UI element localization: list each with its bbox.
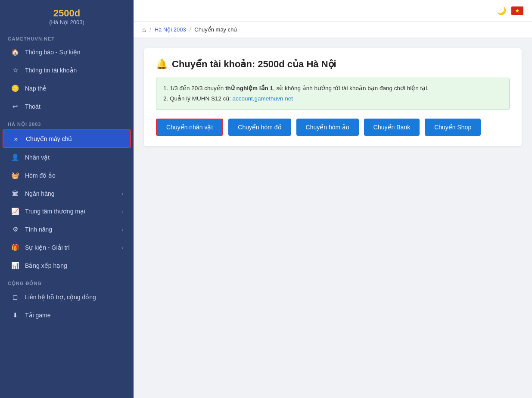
sidebar-item-label: Tính năng	[25, 226, 121, 233]
notice-box: 1. 1/3 đến 20/3 chuyển thử nghiệm lần 1,…	[156, 78, 510, 110]
server-sub: (Hà Nội 2003)	[4, 19, 129, 25]
arrow-icon: ‹	[121, 245, 123, 250]
btn-chuyen-hom-ao[interactable]: Chuyển hòm ảo	[296, 119, 359, 136]
top-bar: 🌙	[134, 0, 532, 22]
sidebar-item-label: Nhân vật	[25, 154, 123, 161]
arrow-icon: ‹	[121, 209, 123, 214]
sidebar-item-hom-do-ao[interactable]: 🧺 Hòm đồ ảo	[3, 167, 131, 184]
breadcrumb-sep-2: /	[190, 26, 191, 33]
chest-icon: 🧺	[10, 172, 20, 179]
notice-line2-prefix: 2. Quản lý MUHN S12 cũ:	[163, 95, 233, 102]
transfer-icon: »	[11, 135, 21, 142]
btn-chuyen-nhan-vat[interactable]: Chuyển nhân vật	[156, 119, 223, 136]
content-area: 🔔 Chuyển tài khoản: 2500d của Hà Nội 1. …	[134, 38, 532, 398]
bank-icon: 🏛	[10, 190, 20, 197]
sidebar-item-label: Liên hệ hỗ trợ, cộng đồng	[25, 294, 123, 301]
action-buttons: Chuyển nhân vật Chuyển hòm đồ Chuyển hòm…	[156, 119, 510, 136]
sidebar-item-label: Nap thẻ	[25, 85, 123, 92]
arrow-icon: ‹	[121, 227, 123, 232]
dark-mode-icon[interactable]: 🌙	[497, 6, 506, 16]
star-icon: ☆	[10, 66, 20, 74]
sidebar-item-label: Bảng xếp hạng	[25, 262, 123, 269]
ranking-icon: 📊	[10, 262, 20, 270]
page-title-text: Chuyển tài khoản: 2500d của Hà Nội	[172, 59, 336, 70]
settings-icon: ⚙	[10, 226, 20, 233]
market-icon: 📈	[10, 207, 20, 215]
breadcrumb-sep-1: /	[149, 26, 151, 33]
sidebar-item-label: Sự kiện - Giải trí	[25, 244, 121, 251]
notice-line2-link[interactable]: account.gamethuvn.net	[233, 95, 293, 102]
sidebar-item-trung-tam[interactable]: 📈 Trung tâm thương mại ‹	[3, 203, 131, 220]
server-name: 2500d	[4, 8, 129, 19]
sidebar-item-tai-game[interactable]: ⬇ Tải game	[3, 307, 131, 324]
notice-line-2: 2. Quản lý MUHN S12 cũ: account.gamethuv…	[163, 94, 502, 104]
sidebar-item-thong-tin[interactable]: ☆ Thông tin tài khoản	[3, 62, 131, 79]
page-card: 🔔 Chuyển tài khoản: 2500d của Hà Nội 1. …	[144, 48, 522, 146]
notice-line1-bold: thử nghiệm lần 1	[225, 85, 273, 91]
sidebar-item-label: Ngân hàng	[25, 190, 121, 197]
exit-icon: ↩	[10, 103, 20, 110]
notice-line-1: 1. 1/3 đến 20/3 chuyển thử nghiệm lần 1,…	[163, 83, 502, 94]
character-icon: 👤	[10, 154, 20, 161]
sidebar-item-thoat[interactable]: ↩ Thoát	[3, 98, 131, 115]
arrow-icon: ‹	[121, 191, 123, 196]
sidebar-header: 2500d (Hà Nội 2003)	[0, 0, 134, 30]
sidebar-item-label: Thông tin tài khoản	[25, 67, 123, 74]
sidebar-item-nhan-vat[interactable]: 👤 Nhân vật	[3, 149, 131, 166]
coin-icon: 🪙	[10, 85, 20, 92]
sidebar-item-bang-xep-hang[interactable]: 📊 Bảng xếp hạng	[3, 257, 131, 274]
sidebar-item-label: Tải game	[25, 312, 123, 319]
btn-chuyen-bank[interactable]: Chuyển Bank	[364, 119, 420, 136]
sidebar-item-nap-the[interactable]: 🪙 Nap thẻ	[3, 80, 131, 97]
sidebar: 2500d (Hà Nội 2003) GAMETHUVN.NET 🏠 Thôn…	[0, 0, 134, 398]
sidebar-item-label: Thông báo - Sự kiện	[25, 49, 123, 56]
page-title: 🔔 Chuyển tài khoản: 2500d của Hà Nội	[156, 59, 510, 70]
event-icon: 🎁	[10, 244, 20, 251]
breadcrumb-current: Chuyển máy chủ	[194, 26, 237, 33]
sidebar-item-su-kien[interactable]: 🎁 Sự kiện - Giải trí ‹	[3, 239, 131, 256]
notice-line1-prefix: 1. 1/3 đến 20/3 chuyển	[163, 85, 225, 91]
sidebar-item-ngan-hang[interactable]: 🏛 Ngân hàng ‹	[3, 185, 131, 202]
home-icon: 🏠	[10, 48, 20, 56]
language-flag[interactable]	[511, 6, 523, 15]
main-content: 🌙 ⌂ / Hà Nội 2003 / Chuyển máy chủ 🔔 Chu…	[134, 0, 532, 398]
section-cong-dong-label: CỘNG ĐỒNG	[0, 275, 134, 288]
notice-line1-suffix: , sẽ không ảnh hưởng tới tài khoản bạn đ…	[273, 85, 429, 91]
download-icon: ⬇	[10, 311, 20, 319]
sidebar-item-label: Trung tâm thương mại	[25, 208, 121, 215]
support-icon: ◻	[10, 293, 20, 301]
btn-chuyen-shop[interactable]: Chuyển Shop	[425, 119, 481, 136]
breadcrumb-home-icon[interactable]: ⌂	[142, 26, 146, 33]
sidebar-item-thong-bao[interactable]: 🏠 Thông báo - Sự kiện	[3, 44, 131, 61]
sidebar-item-label: Hòm đồ ảo	[25, 172, 123, 179]
sidebar-item-label: Chuyển máy chủ	[26, 135, 122, 142]
section-hanoi-label: HÀ NỘI 2003	[0, 116, 134, 129]
breadcrumb: ⌂ / Hà Nội 2003 / Chuyển máy chủ	[134, 22, 532, 38]
trophy-icon: 🔔	[156, 59, 168, 70]
sidebar-item-chuyen-may-chu[interactable]: » Chuyển máy chủ	[3, 129, 131, 148]
sidebar-item-label: Thoát	[25, 103, 123, 110]
btn-chuyen-hom-do[interactable]: Chuyển hòm đồ	[228, 119, 291, 136]
brand-label: GAMETHUVN.NET	[0, 30, 134, 43]
sidebar-item-lien-he[interactable]: ◻ Liên hệ hỗ trợ, cộng đồng	[3, 288, 131, 306]
breadcrumb-link-1[interactable]: Hà Nội 2003	[155, 26, 186, 33]
sidebar-item-tinh-nang[interactable]: ⚙ Tính năng ‹	[3, 221, 131, 238]
